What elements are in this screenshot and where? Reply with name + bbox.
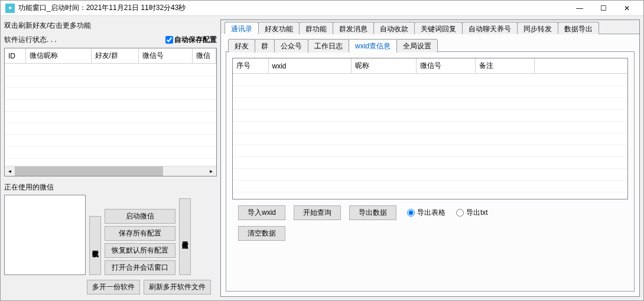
col-wxid[interactable]: 微信号 (139, 48, 193, 64)
table-row[interactable] (233, 109, 627, 121)
status-text: 软件运行状态. . . (4, 35, 165, 45)
col-wxid2[interactable]: wxid (268, 58, 351, 74)
table-row[interactable] (233, 168, 627, 180)
button-stack: 启动微信 保存所有配置 恢复默认所有配置 打开合并会话窗口 (105, 209, 175, 275)
table-row[interactable] (233, 86, 627, 97)
subtab-global[interactable]: 全局设置 (396, 39, 438, 53)
launch-wechat-button[interactable]: 启动微信 (105, 209, 175, 224)
body-area: 双击刷新好友/右击更多功能 软件运行状态. . . 自动保存配置 ID 微信昵称… (1, 16, 643, 300)
table-row[interactable] (233, 121, 627, 133)
table-row[interactable] (5, 99, 216, 111)
col-blank (534, 58, 627, 74)
wechat-window-help-button[interactable]: 微信窗口占不开点这 (179, 198, 191, 275)
open-merge-window-button[interactable]: 打开合并会话窗口 (105, 260, 175, 275)
window-controls: — ☐ ✕ (568, 1, 639, 15)
table-row[interactable] (5, 123, 216, 135)
right-table-body[interactable] (233, 74, 627, 199)
clear-data-button[interactable]: 清空数据 (238, 226, 285, 241)
tab-auto-chat[interactable]: 自动聊天养号 (462, 22, 518, 34)
col-wx[interactable]: 微信 (192, 48, 216, 64)
action-row-2: 清空数据 (232, 226, 628, 241)
tab-contacts[interactable]: 通讯录 (225, 22, 259, 34)
export-txt-input[interactable] (456, 209, 464, 217)
right-panel: 通讯录 好友功能 群功能 群发消息 自动收款 关键词回复 自动聊天养号 同步转发… (220, 19, 640, 297)
right-table-header: 序号 wxid 昵称 微信号 备注 (233, 58, 627, 74)
window-title: 功能窗口_启动时间：2021年11月21日 11时32分43秒 (18, 3, 568, 13)
titlebar: ✦ 功能窗口_启动时间：2021年11月21日 11时32分43秒 — ☐ ✕ (1, 1, 643, 16)
hint-text: 双击刷新好友/右击更多功能 (4, 21, 217, 31)
scroll-right-icon[interactable]: ► (206, 166, 216, 176)
subtab-groups[interactable]: 群 (255, 39, 275, 53)
close-button[interactable]: ✕ (615, 1, 639, 15)
table-row[interactable] (5, 146, 216, 158)
table-row[interactable] (233, 145, 627, 156)
export-table-input[interactable] (407, 209, 415, 217)
table-row[interactable] (233, 156, 627, 168)
col-nick[interactable]: 微信昵称 (25, 48, 91, 64)
sub-panel-body: 序号 wxid 昵称 微信号 备注 (226, 51, 635, 292)
table-row[interactable] (233, 74, 627, 86)
start-query-button[interactable]: 开始查询 (294, 205, 341, 220)
bottom-area: 下载配套微信 启动微信 保存所有配置 恢复默认所有配置 打开合并会话窗口 微信窗… (4, 195, 217, 275)
download-wechat-button[interactable]: 下载配套微信 (89, 216, 101, 275)
table-row[interactable] (5, 87, 216, 99)
col-wxnum[interactable]: 微信号 (416, 58, 475, 74)
export-table-label: 导出表格 (417, 208, 445, 218)
table-row[interactable] (5, 111, 216, 123)
table-row[interactable] (233, 180, 627, 192)
col-seq[interactable]: 序号 (233, 58, 268, 74)
table-row[interactable] (233, 133, 627, 145)
save-all-config-button[interactable]: 保存所有配置 (105, 226, 175, 241)
bottom-row2: 多开一份软件 刷新多开软件文件 (4, 280, 217, 295)
col-friend[interactable]: 好友/群 (91, 48, 139, 64)
autosave-check-input[interactable] (165, 36, 173, 44)
col-id[interactable]: ID (5, 48, 25, 64)
subtab-friends[interactable]: 好友 (228, 39, 255, 53)
export-table-radio[interactable]: 导出表格 (407, 208, 445, 218)
tab-mass-msg[interactable]: 群发消息 (333, 22, 374, 34)
tab-group-func[interactable]: 群功能 (299, 22, 333, 34)
minimize-button[interactable]: — (568, 1, 591, 15)
export-txt-label: 导出txt (466, 208, 488, 218)
export-txt-radio[interactable]: 导出txt (456, 208, 488, 218)
scroll-thumb[interactable] (15, 166, 163, 176)
subtab-official[interactable]: 公众号 (274, 39, 308, 53)
tab-friend-func[interactable]: 好友功能 (258, 22, 300, 34)
app-icon: ✦ (5, 4, 15, 13)
tab-auto-collect[interactable]: 自动收款 (373, 22, 415, 34)
right-table: 序号 wxid 昵称 微信号 备注 (232, 58, 628, 199)
status-row: 软件运行状态. . . 自动保存配置 (4, 34, 217, 45)
table-row[interactable] (233, 97, 627, 109)
active-wechat-box[interactable] (4, 195, 86, 275)
autosave-checkbox[interactable]: 自动保存配置 (165, 35, 217, 45)
app-window: ✦ 功能窗口_启动时间：2021年11月21日 11时32分43秒 — ☐ ✕ … (0, 0, 644, 301)
table-row[interactable] (5, 76, 216, 87)
left-table-body[interactable] (5, 64, 216, 166)
maximize-button[interactable]: ☐ (591, 1, 615, 15)
import-wxid-button[interactable]: 导入wxid (238, 205, 285, 220)
inner-panel: 好友 群 公众号 工作日志 wxid查信息 全局设置 序号 wxid (221, 34, 639, 296)
left-panel: 双击刷新好友/右击更多功能 软件运行状态. . . 自动保存配置 ID 微信昵称… (4, 19, 217, 297)
table-row[interactable] (5, 64, 216, 76)
scroll-left-icon[interactable]: ◄ (5, 166, 15, 176)
hint-row: 双击刷新好友/右击更多功能 (4, 19, 217, 31)
main-tab-row: 通讯录 好友功能 群功能 群发消息 自动收款 关键词回复 自动聊天养号 同步转发… (221, 20, 639, 34)
col-remark[interactable]: 备注 (475, 58, 534, 74)
tab-keyword-reply[interactable]: 关键词回复 (414, 22, 463, 34)
subtab-worklog[interactable]: 工作日志 (308, 39, 349, 53)
table-row[interactable] (5, 135, 216, 146)
refresh-multi-files-button[interactable]: 刷新多开软件文件 (144, 280, 211, 295)
multi-open-button[interactable]: 多开一份软件 (87, 280, 140, 295)
autosave-label: 自动保存配置 (174, 35, 217, 45)
sub-tab-row: 好友 群 公众号 工作日志 wxid查信息 全局设置 (226, 38, 635, 52)
h-scrollbar[interactable]: ◄ ► (5, 166, 216, 176)
col-nick2[interactable]: 昵称 (351, 58, 416, 74)
left-table: ID 微信昵称 好友/群 微信号 微信 (4, 48, 217, 176)
left-table-header: ID 微信昵称 好友/群 微信号 微信 (5, 48, 216, 64)
tab-sync-forward[interactable]: 同步转发 (517, 22, 558, 34)
export-data-button[interactable]: 导出数据 (349, 205, 396, 220)
restore-default-button[interactable]: 恢复默认所有配置 (105, 243, 175, 258)
tab-export[interactable]: 数据导出 (558, 22, 599, 34)
subtab-wxid-query[interactable]: wxid查信息 (349, 39, 397, 53)
using-wechat-label: 正在使用的微信 (4, 182, 217, 192)
